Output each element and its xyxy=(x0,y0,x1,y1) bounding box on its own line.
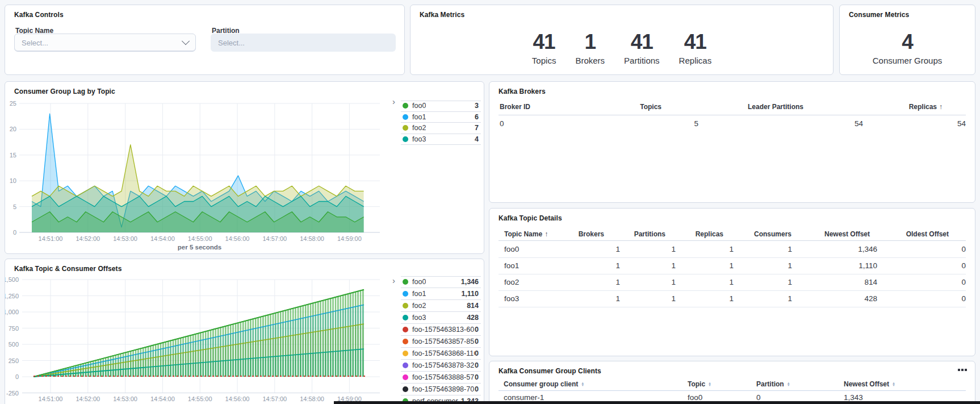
series-dot xyxy=(403,339,408,344)
col-header-topic[interactable]: Topic▲▼ xyxy=(688,380,711,388)
svg-text:14:57:00: 14:57:00 xyxy=(262,395,287,402)
metric-partitions: 41 Partitions xyxy=(624,31,660,65)
col-header-partitions[interactable]: Partitions xyxy=(634,230,665,238)
legend-item[interactable]: foo-1575463868-116... 0 xyxy=(401,348,481,360)
kafka-metrics-panel: Kafka Metrics 41 Topics 1 Brokers 41 Par… xyxy=(410,5,834,75)
panel-title: Kafka Consumer Group Clients xyxy=(499,367,601,375)
svg-text:14:53:00: 14:53:00 xyxy=(113,395,137,402)
offsets-legend: foo0 1,346 foo1 1,110 foo2 814 foo3 428 … xyxy=(401,276,481,404)
metrics-row: 41 Topics 1 Brokers 41 Partitions 41 Rep… xyxy=(411,31,833,65)
cell-leader-partitions: 54 xyxy=(855,119,863,128)
series-dot xyxy=(403,363,408,368)
col-header-replicas[interactable]: Replicas↑ xyxy=(909,103,943,111)
legend-item-foo0[interactable]: foo0 3 xyxy=(401,101,481,112)
col-header-partition[interactable]: Partition▲▼ xyxy=(756,380,790,388)
col-header-topic-name[interactable]: Topic Name↑ xyxy=(504,230,548,238)
panel-options-icon[interactable] xyxy=(956,365,969,375)
topic-name-select[interactable]: Select... xyxy=(14,34,196,52)
svg-text:250: 250 xyxy=(9,357,19,364)
legend-item[interactable]: foo2 814 xyxy=(401,300,481,312)
legend-expand-chevron-icon[interactable]: › xyxy=(392,97,395,106)
col-header-consumers[interactable]: Consumers xyxy=(754,230,791,238)
legend-item[interactable]: foo0 1,346 xyxy=(401,276,481,288)
legend-item-foo3[interactable]: foo3 4 xyxy=(401,134,481,145)
svg-text:14:59:00: 14:59:00 xyxy=(337,235,362,242)
partition-placeholder: Select... xyxy=(218,39,245,47)
svg-text:25: 25 xyxy=(10,100,16,107)
partition-select[interactable]: Select... xyxy=(211,34,396,52)
cell: 1,346 xyxy=(858,245,877,253)
cell: 1 xyxy=(729,261,734,270)
panel-title: Consumer Metrics xyxy=(849,11,909,19)
legend-item[interactable]: foo1 1,110 xyxy=(401,288,481,300)
legend-item[interactable]: foo3 428 xyxy=(401,312,481,324)
kafka-brokers-panel: Kafka Brokers Broker ID Topics Leader Pa… xyxy=(489,81,975,203)
cell: 1 xyxy=(615,278,620,286)
cell: 1 xyxy=(671,278,676,286)
offsets-chart-panel: Kafka Topic & Consumer Offsets -25002505… xyxy=(5,259,484,404)
svg-text:1,250: 1,250 xyxy=(5,293,19,299)
svg-text:15: 15 xyxy=(10,152,16,159)
svg-text:14:54:00: 14:54:00 xyxy=(150,235,175,242)
legend-item[interactable]: foo-1575463878-32... 0 xyxy=(401,360,481,372)
panel-title: Kafka Metrics xyxy=(420,11,464,19)
col-header-newest-offset[interactable]: Newest Offset xyxy=(824,230,870,238)
legend-item[interactable]: foo-1575463888-57... 0 xyxy=(401,372,481,384)
svg-text:1,500: 1,500 xyxy=(5,276,19,283)
cell-topic-name: foo3 xyxy=(504,294,519,303)
legend-expand-chevron-icon[interactable]: › xyxy=(392,276,395,285)
legend-item-foo2[interactable]: foo2 7 xyxy=(401,123,481,134)
cell: 1,110 xyxy=(858,261,877,270)
cell: 1 xyxy=(788,294,792,303)
consumer-groups-metric: 4 Consumer Groups xyxy=(840,31,975,65)
cell: 1 xyxy=(788,261,792,270)
cell: 1 xyxy=(788,245,792,253)
cell: 0 xyxy=(961,261,966,270)
col-header-oldest-offset[interactable]: Oldest Offset xyxy=(906,230,949,238)
cell: 0 xyxy=(961,245,966,253)
col-header-consumer-group-client[interactable]: Consumer group client▲▼ xyxy=(504,380,584,388)
svg-text:14:58:00: 14:58:00 xyxy=(300,395,324,402)
screen-bottom-edge xyxy=(334,401,980,404)
cell: 1 xyxy=(671,294,676,303)
metric-topics: 41 Topics xyxy=(532,31,556,65)
col-header-topics[interactable]: Topics xyxy=(640,103,661,111)
svg-text:10: 10 xyxy=(10,177,16,184)
kafka-topic-details-panel: Kafka Topic Details Topic Name↑ Brokers … xyxy=(489,208,975,356)
panel-title: Kafka Controls xyxy=(14,11,64,19)
cell: 1 xyxy=(615,261,620,270)
svg-text:14:57:00: 14:57:00 xyxy=(262,235,287,242)
svg-text:14:52:00: 14:52:00 xyxy=(76,395,100,402)
cell-broker-id: 0 xyxy=(500,119,504,128)
metric-replicas: 41 Replicas xyxy=(679,31,712,65)
cell-topic-name: foo2 xyxy=(504,278,519,286)
svg-text:14:54:00: 14:54:00 xyxy=(150,395,175,402)
col-header-replicas[interactable]: Replicas xyxy=(696,230,723,238)
cell: 1 xyxy=(615,245,620,253)
consumer-metrics-panel: Consumer Metrics 4 Consumer Groups xyxy=(839,5,975,75)
lag-chart-panel: Consumer Group Lag by Topic 051015202514… xyxy=(5,81,484,254)
legend-item-foo1[interactable]: foo1 6 xyxy=(401,112,481,123)
svg-text:14:56:00: 14:56:00 xyxy=(225,235,250,242)
legend-item[interactable]: foo-1575463898-70... 0 xyxy=(401,384,481,395)
svg-text:1,000: 1,000 xyxy=(5,309,19,315)
col-header-newest-offset[interactable]: Newest Offset▲▼ xyxy=(844,380,895,388)
cell-topic-name: foo1 xyxy=(504,261,519,270)
sort-carets-icon: ▲▼ xyxy=(787,382,790,386)
col-header-broker-id[interactable]: Broker ID xyxy=(500,103,530,111)
cell-topic: foo0 xyxy=(688,393,702,402)
series-dot xyxy=(403,315,408,320)
col-header-brokers[interactable]: Brokers xyxy=(579,230,604,238)
cell-topics: 5 xyxy=(694,119,698,128)
sort-carets-icon: ▲▼ xyxy=(708,382,711,386)
cell-newest-offset: 1,343 xyxy=(844,393,863,402)
series-dot xyxy=(403,103,408,109)
legend-item[interactable]: foo-1575463857-85... 0 xyxy=(401,336,481,348)
panel-title: Kafka Topic & Consumer Offsets xyxy=(14,265,122,273)
col-header-leader-partitions[interactable]: Leader Partitions xyxy=(748,103,803,111)
legend-item[interactable]: foo-1575463813-60... 0 xyxy=(401,324,481,336)
series-dot xyxy=(403,136,408,142)
lag-legend: foo0 3 foo1 6 foo2 7 foo3 4 xyxy=(401,101,481,145)
cell: 1 xyxy=(615,294,620,303)
sort-carets-icon: ▲▼ xyxy=(892,382,895,386)
